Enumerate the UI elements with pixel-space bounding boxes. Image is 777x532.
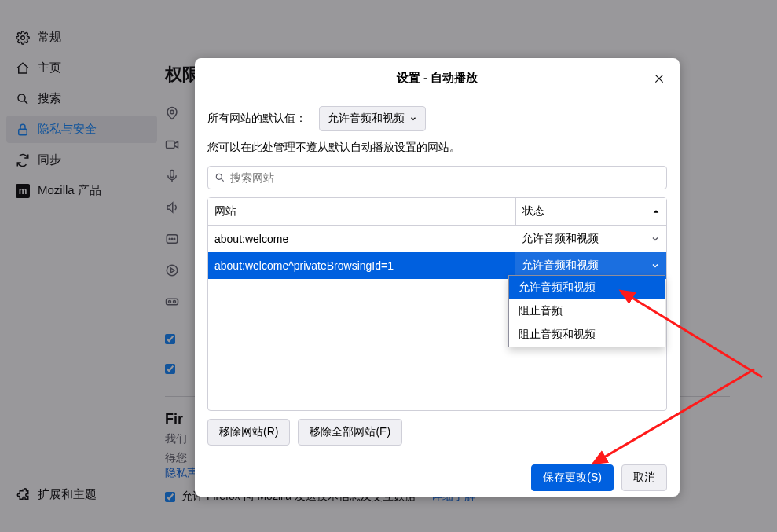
svg-point-18: [216, 174, 222, 179]
dialog-title: 设置 - 自动播放: [207, 71, 667, 86]
cell-status-value: 允许音频和视频: [522, 259, 599, 273]
cell-status-select[interactable]: 允许音频和视频: [515, 226, 666, 252]
chevron-down-icon: [409, 115, 417, 123]
column-status[interactable]: 状态: [515, 198, 666, 225]
chevron-down-icon: [651, 261, 660, 270]
remove-all-websites-button[interactable]: 移除全部网站(E): [298, 419, 402, 446]
autoplay-settings-dialog: 设置 - 自动播放 所有网站的默认值： 允许音频和视频 您可以在此处管理不遵从默…: [195, 58, 680, 497]
search-icon: [214, 172, 225, 183]
column-website[interactable]: 网站: [208, 198, 515, 225]
dropdown-option-block-audio[interactable]: 阻止音频: [509, 299, 665, 323]
chevron-down-icon: [651, 234, 660, 244]
cancel-button[interactable]: 取消: [621, 464, 667, 491]
dropdown-option-allow[interactable]: 允许音频和视频: [509, 276, 665, 299]
svg-line-19: [221, 178, 223, 181]
cell-website: about:welcome^privateBrowsingId=1: [208, 259, 515, 272]
exceptions-table: 网站 状态 about:welcome 允许音频和视频 about:welcom…: [207, 197, 667, 411]
save-changes-button[interactable]: 保存更改(S): [531, 464, 614, 491]
cell-status-value: 允许音频和视频: [522, 232, 599, 246]
table-header: 网站 状态: [208, 198, 666, 226]
default-label: 所有网站的默认值：: [207, 112, 306, 126]
close-button[interactable]: [648, 68, 670, 90]
table-row[interactable]: about:welcome 允许音频和视频: [208, 226, 666, 252]
dialog-description: 您可以在此处管理不遵从默认自动播放设置的网站。: [207, 141, 667, 155]
cell-website: about:welcome: [208, 233, 515, 245]
status-dropdown-popup: 允许音频和视频 阻止音频 阻止音频和视频: [508, 275, 665, 347]
dropdown-option-block-all[interactable]: 阻止音频和视频: [509, 323, 665, 347]
close-icon: [654, 73, 665, 84]
search-website-field[interactable]: [207, 166, 667, 189]
remove-website-button[interactable]: 移除网站(R): [207, 419, 290, 446]
default-autoplay-select[interactable]: 允许音频和视频: [319, 106, 426, 131]
column-status-label: 状态: [522, 204, 544, 218]
sort-asc-icon: [652, 207, 660, 215]
default-select-value: 允许音频和视频: [328, 112, 405, 126]
search-input[interactable]: [230, 171, 660, 184]
